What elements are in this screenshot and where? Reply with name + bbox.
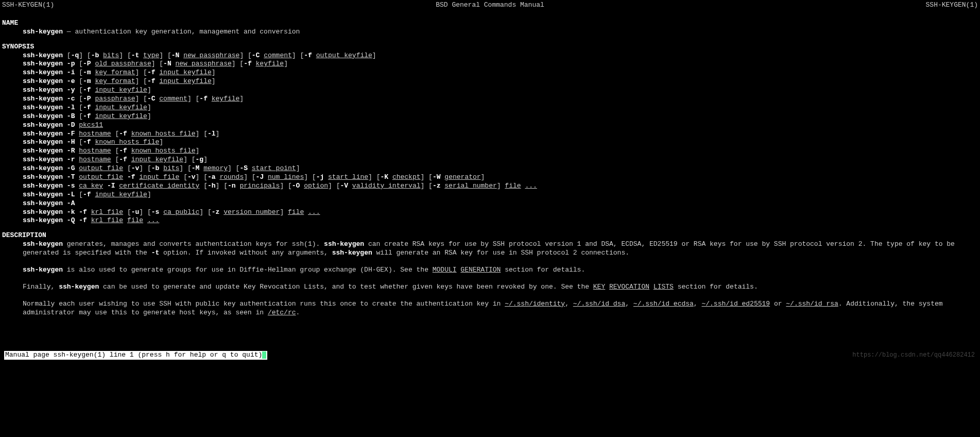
section-name-title: NAME xyxy=(2,19,978,28)
synopsis-block: ssh-keygen [-q] [-b bits] [-t type] [-N … xyxy=(2,52,978,226)
synopsis-line: ssh-keygen -R hostname [-f known_hosts_f… xyxy=(2,147,978,156)
synopsis-line: ssh-keygen -k -f krl_file [-u] [-s ca_pu… xyxy=(2,208,978,217)
synopsis-line: ssh-keygen -l [-f input_keyfile] xyxy=(2,104,978,112)
synopsis-line: ssh-keygen -i [-m key_format] [-f input_… xyxy=(2,69,978,77)
header-center: BSD General Commands Manual xyxy=(436,1,544,10)
synopsis-line: ssh-keygen -c [-P passphrase] [-C commen… xyxy=(2,95,978,104)
description-para-3: Finally, ssh-keygen can be used to gener… xyxy=(2,283,978,292)
name-line: ssh-keygen — authentication key generati… xyxy=(2,28,978,37)
description-para-1: ssh-keygen generates, manages and conver… xyxy=(2,240,978,258)
name-desc: — authentication key generation, managem… xyxy=(63,28,300,36)
synopsis-line: ssh-keygen -B [-f input_keyfile] xyxy=(2,112,978,121)
synopsis-line: ssh-keygen -r hostname [-f input_keyfile… xyxy=(2,156,978,164)
synopsis-line: ssh-keygen -T output_file -f input_file … xyxy=(2,173,978,182)
synopsis-line: ssh-keygen -F hostname [-f known_hosts_f… xyxy=(2,130,978,139)
synopsis-line: ssh-keygen -e [-m key_format] [-f input_… xyxy=(2,77,978,86)
synopsis-line: ssh-keygen -G output_file [-v] [-b bits]… xyxy=(2,164,978,173)
watermark: https://blog.csdn.net/qq446282412 xyxy=(852,351,975,360)
cursor-icon xyxy=(262,351,266,359)
synopsis-line: ssh-keygen -y [-f input_keyfile] xyxy=(2,86,978,95)
man-content: NAME ssh-keygen — authentication key gen… xyxy=(0,11,980,320)
section-synopsis-title: SYNOPSIS xyxy=(2,43,978,52)
synopsis-line: ssh-keygen -p [-P old_passphrase] [-N ne… xyxy=(2,60,978,69)
description-para-4: Normally each user wishing to use SSH wi… xyxy=(2,300,978,317)
header-right: SSH-KEYGEN(1) xyxy=(926,1,978,10)
pager-status[interactable]: Manual page ssh-keygen(1) line 1 (press … xyxy=(4,351,267,360)
description-para-2: ssh-keygen is also used to generate grou… xyxy=(2,266,978,275)
header-left: SSH-KEYGEN(1) xyxy=(2,1,54,10)
synopsis-line: ssh-keygen -s ca_key -I certificate_iden… xyxy=(2,182,978,191)
man-header: SSH-KEYGEN(1) BSD General Commands Manua… xyxy=(0,0,980,11)
synopsis-line: ssh-keygen -L [-f input_keyfile] xyxy=(2,191,978,199)
synopsis-line: ssh-keygen -D pkcs11 xyxy=(2,121,978,130)
synopsis-line: ssh-keygen -Q -f krl_file file ... xyxy=(2,216,978,225)
name-cmd: ssh-keygen xyxy=(23,28,63,36)
section-description-title: DESCRIPTION xyxy=(2,231,978,240)
synopsis-line: ssh-keygen [-q] [-b bits] [-t type] [-N … xyxy=(2,52,978,60)
synopsis-line: ssh-keygen -A xyxy=(2,199,978,208)
synopsis-line: ssh-keygen -H [-f known_hosts_file] xyxy=(2,138,978,147)
